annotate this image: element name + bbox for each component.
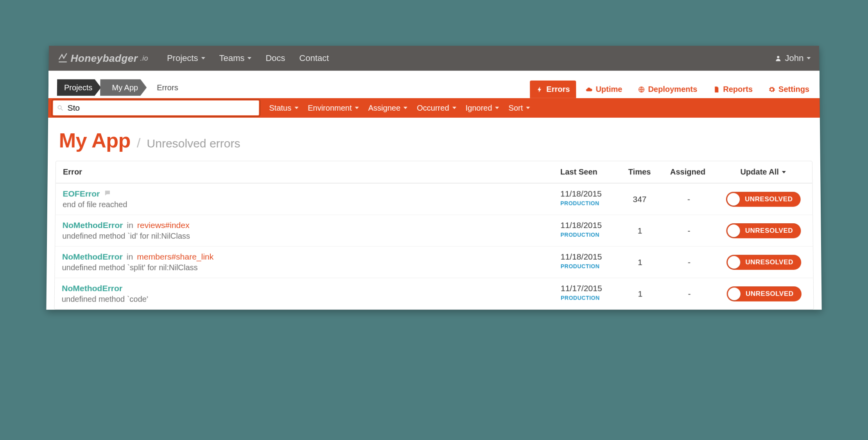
filter-environment[interactable]: Environment (308, 103, 359, 112)
globe-icon (638, 86, 645, 93)
tab-reports[interactable]: Reports (707, 81, 759, 98)
tab-settings[interactable]: Settings (762, 81, 816, 98)
honeybadger-icon (57, 53, 68, 64)
last-seen-date: 11/17/2015 (561, 284, 610, 293)
error-message: end of file reached (63, 200, 546, 209)
table-row: NoMethodErrorundefined method `code'11/1… (55, 278, 814, 309)
sub-header: Projects My App Errors Errors Uptime Dep… (48, 71, 820, 98)
breadcrumb-project[interactable]: My App (100, 79, 147, 96)
error-class-link[interactable]: NoMethodError (62, 284, 122, 293)
file-icon (713, 86, 720, 93)
filter-occurred[interactable]: Occurred (417, 103, 456, 112)
brand-name: Honeybadger (71, 52, 138, 64)
comment-icon (104, 189, 111, 198)
error-class-link[interactable]: NoMethodError (62, 252, 123, 261)
environment-badge: PRODUCTION (561, 232, 610, 238)
search-box[interactable] (52, 100, 260, 116)
nav-contact[interactable]: Contact (292, 53, 336, 63)
assigned-value: - (664, 278, 715, 309)
status-toggle[interactable]: UNRESOLVED (726, 223, 801, 238)
breadcrumb-root[interactable]: Projects (57, 79, 101, 96)
status-toggle[interactable]: UNRESOLVED (726, 192, 801, 207)
page-subtitle: Unresolved errors (147, 137, 240, 150)
error-in-label: in (127, 221, 133, 230)
page-title-row: My App / Unresolved errors (48, 118, 820, 161)
filter-ignored[interactable]: Ignored (466, 103, 499, 112)
error-location[interactable]: reviews#index (137, 221, 190, 230)
error-location[interactable]: members#share_link (137, 252, 213, 261)
filter-assignee[interactable]: Assignee (368, 103, 407, 112)
tab-errors[interactable]: Errors (530, 81, 576, 98)
cloud-icon (586, 86, 593, 93)
times-count: 347 (616, 183, 664, 214)
table-row: NoMethodErrorinreviews#indexundefined me… (55, 215, 813, 246)
error-message: undefined method `id' for nil:NilClass (62, 232, 546, 241)
chevron-down-icon (404, 107, 407, 109)
chevron-down-icon (495, 107, 499, 109)
title-divider: / (137, 135, 141, 151)
status-toggle[interactable]: UNRESOLVED (726, 255, 801, 269)
chevron-down-icon (452, 107, 456, 109)
status-toggle[interactable]: UNRESOLVED (727, 286, 802, 301)
tab-uptime[interactable]: Uptime (579, 81, 628, 98)
top-nav: Honeybadger.io Projects Teams Docs Conta… (48, 46, 819, 71)
breadcrumb-page: Errors (157, 83, 178, 92)
table-row: EOFErrorend of file reached11/18/2015PRO… (56, 183, 812, 214)
tab-deployments[interactable]: Deployments (631, 81, 703, 98)
error-class-link[interactable]: NoMethodError (63, 221, 123, 230)
bolt-icon (536, 86, 543, 93)
chevron-down-icon (526, 107, 530, 109)
chevron-down-icon (807, 57, 811, 59)
errors-table: Error Last Seen Times Assigned Update Al… (54, 161, 814, 310)
environment-badge: PRODUCTION (561, 263, 610, 269)
assigned-value: - (664, 246, 715, 278)
search-input[interactable] (67, 103, 255, 113)
error-message: undefined method `split' for nil:NilClas… (62, 263, 547, 272)
col-last-seen: Last Seen (553, 161, 616, 183)
last-seen-date: 11/18/2015 (560, 221, 609, 230)
assigned-value: - (663, 183, 714, 214)
chevron-down-icon (355, 107, 359, 109)
filter-bar: Status Environment Assignee Occurred Ign… (48, 98, 820, 118)
brand-suffix: .io (140, 54, 148, 62)
col-times: Times (616, 161, 663, 183)
chevron-down-icon (201, 57, 205, 59)
nav-docs[interactable]: Docs (258, 53, 292, 63)
search-icon (57, 104, 63, 111)
last-seen-date: 11/18/2015 (561, 252, 610, 261)
error-in-label: in (127, 252, 133, 261)
table-row: NoMethodErrorinmembers#share_linkundefin… (55, 246, 813, 278)
section-tabs: Errors Uptime Deployments Reports Settin… (530, 81, 816, 98)
times-count: 1 (616, 246, 664, 278)
app-window: Honeybadger.io Projects Teams Docs Conta… (46, 46, 821, 310)
error-class-link[interactable]: EOFError (63, 189, 100, 198)
chevron-down-icon (294, 107, 298, 109)
table-header: Error Last Seen Times Assigned Update Al… (56, 161, 812, 183)
filter-sort[interactable]: Sort (509, 103, 530, 112)
update-all-dropdown[interactable]: Update All (714, 161, 812, 183)
assigned-value: - (664, 215, 715, 246)
times-count: 1 (616, 215, 664, 246)
nav-teams[interactable]: Teams (212, 53, 258, 63)
col-error: Error (56, 161, 553, 183)
filter-status[interactable]: Status (269, 103, 298, 112)
chevron-down-icon (247, 57, 251, 59)
chevron-down-icon (782, 171, 786, 173)
user-menu[interactable]: John (775, 53, 811, 63)
user-name: John (785, 53, 803, 63)
page-title: My App (59, 129, 131, 152)
breadcrumb: Projects My App Errors (57, 79, 178, 96)
gear-icon (768, 86, 775, 93)
error-message: undefined method `code' (62, 295, 547, 304)
last-seen-date: 11/18/2015 (560, 189, 609, 198)
col-assigned: Assigned (663, 161, 714, 183)
user-icon (775, 55, 782, 62)
times-count: 1 (617, 278, 664, 309)
nav-projects[interactable]: Projects (160, 53, 212, 63)
svg-line-3 (61, 109, 63, 110)
brand-logo[interactable]: Honeybadger.io (57, 52, 149, 64)
svg-point-0 (777, 56, 780, 58)
environment-badge: PRODUCTION (560, 200, 609, 207)
svg-point-2 (58, 106, 61, 109)
environment-badge: PRODUCTION (561, 295, 610, 301)
